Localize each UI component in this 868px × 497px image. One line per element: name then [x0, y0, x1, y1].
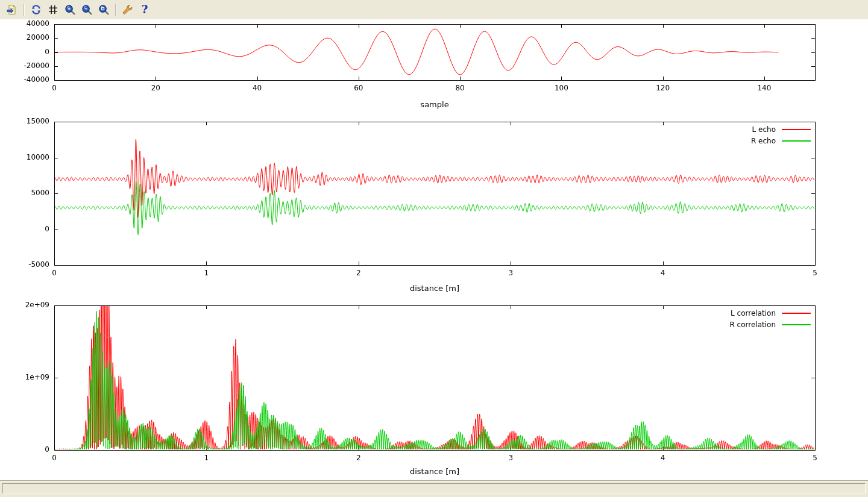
waveform-plot-canvas[interactable]: [0, 19, 868, 114]
status-field: [2, 483, 866, 493]
help-icon: ?: [142, 4, 148, 15]
zoom-in-icon: [64, 4, 76, 16]
autoscale-icon: [98, 4, 110, 16]
zoom-in-button[interactable]: [62, 2, 78, 17]
configure-button[interactable]: [120, 2, 136, 17]
help-button[interactable]: ?: [137, 2, 153, 17]
replot-button[interactable]: [28, 2, 44, 17]
copy-to-clipboard-icon: [6, 4, 18, 16]
toolbar: ?: [0, 0, 868, 20]
replot-icon: [30, 4, 42, 16]
echo-plot-canvas[interactable]: [0, 114, 868, 299]
toolbar-separator: [115, 4, 116, 16]
grid-icon: [47, 4, 59, 16]
gnuplot-window: ? sample L echo R echo distance [m]: [0, 0, 868, 497]
plot-area: sample L echo R echo distance [m] L corr: [0, 19, 868, 480]
status-bar: [0, 480, 868, 497]
toolbar-separator: [24, 4, 25, 16]
copy-to-clipboard-button[interactable]: [4, 2, 20, 17]
correlation-plot-canvas[interactable]: [0, 299, 868, 480]
zoom-out-button[interactable]: [79, 2, 95, 17]
echo-plot: L echo R echo distance [m]: [0, 114, 868, 299]
wrench-icon: [122, 4, 134, 16]
zoom-out-icon: [81, 4, 93, 16]
autoscale-button[interactable]: [96, 2, 112, 17]
pulse-plot: sample: [0, 19, 868, 114]
correlation-plot: L correlation R correlation distance [m]: [0, 299, 868, 480]
toggle-grid-button[interactable]: [45, 2, 61, 17]
